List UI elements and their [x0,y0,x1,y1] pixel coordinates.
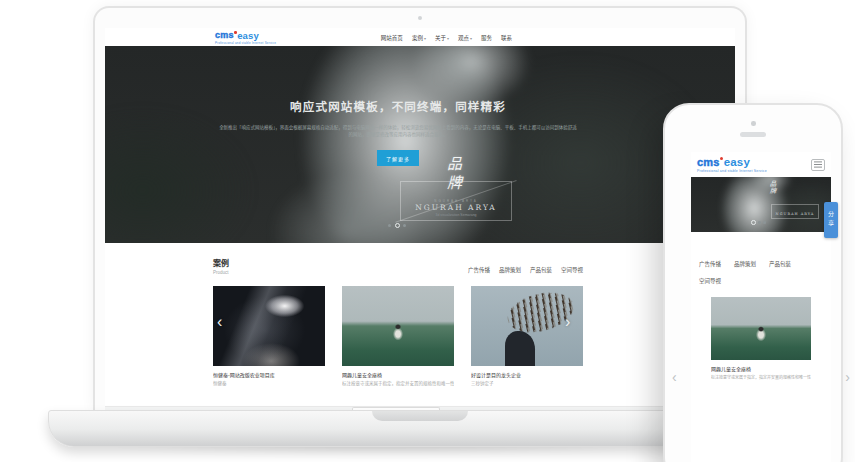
nav-label: 服务 [481,35,492,41]
nav-item-about[interactable]: 关于▾ [435,34,449,42]
case-desc: 标注按意守或米属于指定，指定并安置的规格性和唯一性，共复了... [342,380,454,386]
brand-calligraphy: 品牌 [443,156,464,194]
chevron-left-icon[interactable]: ‹ [217,314,222,330]
logo-tagline: Professional and stable Internet Service [215,41,276,45]
main-nav: 网站首页 案例▾ 关于▾ 观点▾ 服务 联系 [381,34,512,42]
chevron-down-icon: ▾ [470,36,472,41]
case-desc: 三秒钟定子 [471,380,583,386]
mobile-content: 广告传播 品牌策划 产品包装 空间导视 网趣儿童安全座椅 标注按意守或米属于指定… [691,232,831,380]
logo-cms-text: cms [215,31,234,40]
carousel-dot[interactable] [388,224,391,227]
brand-name: NGURAH ARYA [401,203,511,212]
case-cards: 恒健泰-网站改版农业项目库 恒健泰 网趣儿童安全座椅 标注按意守或米属于指定，指… [213,286,583,386]
logo-cms-text: cms [697,157,720,168]
brand-caption: 3d visualization Semarang [401,213,511,217]
mobile-hero-carousel: 品牌 NGURAH ARYA [691,177,831,232]
responsive-mockup-page: cms easy Professional and stable Interne… [0,0,855,462]
menu-lines [814,164,822,165]
nav-label: 观点 [458,35,469,41]
brand-calligraphy: 品牌 [767,180,777,195]
phone-screen: cms easy Professional and stable Interne… [691,152,831,462]
nav-item-cases[interactable]: 案例▾ [412,34,426,42]
nav-item-services[interactable]: 服务 [481,34,492,42]
nav-label: 网站首页 [381,35,403,41]
chevron-right-icon[interactable]: › [845,370,850,384]
case-title: 恒健泰-网站改版农业项目库 [213,371,325,378]
laptop-mockup: cms easy Professional and stable Interne… [93,6,747,412]
case-card[interactable]: 网趣儿童安全座椅 标注按意守或米属于指定，指定并安置的规格性和唯一性，共复了..… [342,286,454,386]
case-title: 好设计是目的龙头企业 [471,371,583,378]
chevron-down-icon: ▾ [424,36,426,41]
case-card[interactable]: 恒健泰-网站改版农业项目库 恒健泰 [213,286,325,386]
filter-branding[interactable]: 品牌策划 [734,260,756,268]
chevron-down-icon: ▾ [447,36,449,41]
cases-subtitle: Product [213,270,229,275]
carousel-dots [751,220,766,225]
logo-easy-text: easy [724,157,750,168]
hero-content: 响应式网站模板，不同终端，同样精彩 全新推出「响应式网站模板」，界面会根据屏幕规… [213,46,583,243]
logo-wordmark: cms easy [697,157,767,168]
phone-mockup: cms easy Professional and stable Interne… [663,103,843,462]
slide-brand-frame: NGURAH ARYA [771,204,819,219]
mobile-case-card[interactable]: 网趣儿童安全座椅 标注按意守或米属于指定，指定并安置的规格性和唯一性，共复了..… [711,297,811,380]
logo-easy-text: easy [237,31,259,40]
laptop-screen: cms easy Professional and stable Interne… [105,28,735,412]
laptop-base-notch [372,411,468,421]
logo-wordmark: cms easy [215,31,276,40]
carousel-dot[interactable] [763,221,766,224]
mobile-case-filters: 广告传播 品牌策划 产品包装 空间导视 [699,260,813,285]
filter-packaging[interactable]: 产品包装 [530,266,552,274]
nav-label: 关于 [435,35,446,41]
cases-title: 案例 [213,257,229,268]
filter-packaging[interactable]: 产品包装 [769,260,791,268]
case-image-person-in-field [711,297,811,360]
cases-section: 案例 Product 广告传播 品牌策划 产品包装 空间导视 恒健泰-网站改版农… [105,243,583,386]
case-card[interactable]: 好设计是目的龙头企业 三秒钟定子 [471,286,583,386]
case-title: 网趣儿童安全座椅 [342,371,454,378]
slide-brand-text: NGURAH ARYA NGURAH ARYA 3d visualization… [401,199,511,217]
share-label: 分享 [827,211,836,229]
carousel-dot-active[interactable] [751,220,756,225]
chevron-left-icon[interactable]: ‹ [672,370,677,384]
nav-label: 联系 [501,35,512,41]
mobile-site-logo[interactable]: cms easy Professional and stable Interne… [697,157,767,173]
phone-camera-icon [751,121,756,126]
learn-more-button[interactable]: 了解更多 [377,150,419,166]
case-image-veiled-figure [213,286,325,366]
carousel-dot[interactable] [403,224,406,227]
carousel-dots [388,223,406,228]
hero-carousel: 响应式网站模板，不同终端，同样精彩 全新推出「响应式网站模板」，界面会根据屏幕规… [105,46,735,243]
carousel-dot-active[interactable] [395,223,400,228]
nav-item-home[interactable]: 网站首页 [381,34,403,42]
phone-speaker-icon [740,132,766,137]
nav-label: 案例 [412,35,423,41]
nav-item-views[interactable]: 观点▾ [458,34,472,42]
mobile-header: cms easy Professional and stable Interne… [691,152,831,177]
case-title: 网趣儿童安全座椅 [711,365,811,372]
filter-signage[interactable]: 空间导视 [561,266,583,274]
carousel-dot[interactable] [758,221,761,224]
site-header: cms easy Professional and stable Interne… [105,28,735,46]
case-desc: 恒健泰 [213,380,325,386]
filter-advertising[interactable]: 广告传播 [699,260,721,268]
nav-item-contact[interactable]: 联系 [501,34,512,42]
site-logo[interactable]: cms easy Professional and stable Interne… [215,31,276,45]
hero-subtitle: 全新推出「响应式网站模板」，界面会根据屏幕规格自动适配，得到与电脑网站一样的体验… [217,125,579,138]
laptop-camera-icon [418,16,422,20]
cases-header: 案例 Product 广告传播 品牌策划 产品包装 空间导视 [213,257,583,275]
cases-title-block: 案例 Product [213,257,229,275]
case-filters: 广告传播 品牌策划 产品包装 空间导视 [468,266,583,275]
hamburger-menu-icon[interactable] [811,159,825,171]
chevron-right-icon[interactable]: › [565,314,570,330]
case-image-person-in-field [342,286,454,366]
filter-branding[interactable]: 品牌策划 [499,266,521,274]
filter-signage[interactable]: 空间导视 [699,277,721,285]
logo-tagline: Professional and stable Internet Service [697,169,767,173]
brand-name: NGURAH ARYA [776,212,815,218]
hero-title: 响应式网站模板，不同终端，同样精彩 [213,98,583,114]
case-desc: 标注按意守或米属于指定，指定并安置的规格性和唯一性，共复了... [711,374,811,380]
filter-advertising[interactable]: 广告传播 [468,266,490,274]
